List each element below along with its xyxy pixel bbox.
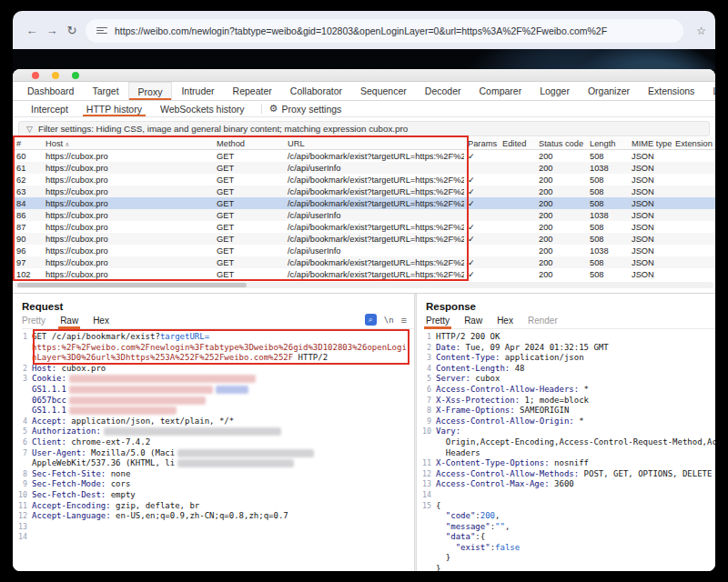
tab-dashboard[interactable]: Dashboard (18, 82, 83, 100)
back-icon[interactable]: ← (22, 24, 42, 37)
response-tab-render[interactable]: Render (528, 316, 558, 326)
line-number (13, 458, 27, 469)
close-window-button[interactable] (32, 72, 39, 79)
zoom-window-button[interactable] (72, 72, 79, 79)
col-header-host[interactable]: Host∧ (42, 139, 213, 148)
line-number: 1 (417, 332, 431, 343)
code-segment: chrome-ext-7.4.2 (66, 437, 150, 447)
table-row[interactable]: 62https://cubox.proGET/c/api/bookmark/ex… (13, 174, 715, 186)
response-tab-raw[interactable]: Raw (464, 316, 482, 326)
table-row[interactable]: 63https://cubox.proGET/c/api/bookmark/ex… (13, 186, 715, 197)
col-header-length[interactable]: Length (586, 139, 628, 148)
cell: 200 (535, 187, 586, 196)
request-editor[interactable]: 1GET /c/api/bookmark/exist?targetURL=htt… (13, 332, 414, 571)
proxy-settings-button[interactable]: ⚙ Proxy settings (269, 101, 342, 116)
line-number: 3 (417, 353, 431, 364)
table-row[interactable]: 60https://cubox.proGET/c/api/bookmark/ex… (13, 150, 715, 162)
tab-collaborator[interactable]: Collaborator (281, 82, 351, 100)
request-tab-hex[interactable]: Hex (93, 316, 109, 326)
col-header-edited[interactable]: Edited (499, 139, 535, 148)
request-tab-pretty[interactable]: Pretty (22, 316, 46, 326)
editor-menu-icon[interactable]: ≡ (401, 315, 407, 326)
cell: 87 (13, 223, 42, 232)
filter-funnel-icon: ▽ (26, 125, 33, 134)
minimize-window-button[interactable] (52, 72, 59, 79)
code-segment: Tue, 09 Apr 2024 01:32:15 GMT (460, 343, 609, 352)
tab-organizer[interactable]: Organizer (579, 82, 639, 100)
search-icon[interactable]: ⌕ (365, 314, 377, 326)
col-header-status-code[interactable]: Status code (535, 139, 586, 148)
cell: JSON (628, 199, 672, 208)
table-row[interactable]: 86https://cubox.proGET/c/api/userInfo200… (13, 209, 715, 221)
show-newlines-icon[interactable]: \n (384, 316, 394, 325)
col-header-params[interactable]: Params (464, 139, 499, 148)
code-segment: Accept-Encoding: (32, 501, 111, 510)
code-segment: Sec-Fetch-Site: (32, 469, 106, 478)
table-row[interactable]: 96https://cubox.proGET/c/api/userInfo200… (13, 245, 715, 256)
response-tab-hex[interactable]: Hex (497, 316, 513, 326)
forward-icon[interactable]: → (42, 24, 62, 37)
code-segment: "data" (446, 532, 476, 541)
table-row[interactable]: 97https://cubox.proGET/c/api/bookmark/ex… (13, 256, 715, 268)
col-header-url[interactable]: URL (284, 139, 464, 148)
subtab-http-history[interactable]: HTTP history (77, 101, 151, 116)
subtab-websockets-history[interactable]: WebSockets history (151, 101, 254, 116)
col-header-extension[interactable]: Extension (672, 139, 713, 148)
code-segment: cubox (470, 374, 500, 383)
code-line: 10Vary: (417, 426, 715, 437)
cell: 200 (535, 270, 586, 279)
col-header-mime-type[interactable]: MIME type (628, 139, 672, 148)
tab-proxy[interactable]: Proxy (128, 82, 173, 100)
col-header--[interactable]: # (13, 139, 42, 148)
cell: https://cubox.pro (42, 176, 213, 185)
table-row[interactable]: 90https://cubox.proGET/c/api/bookmark/ex… (13, 233, 715, 245)
horizontal-scrollbar[interactable] (15, 282, 713, 288)
cell: /c/api/bookmark/exist?targetURL=https:%2… (284, 187, 464, 196)
tab-decoder[interactable]: Decoder (416, 82, 470, 100)
tab-intruder[interactable]: Intruder (172, 82, 223, 100)
line-content: Server: cubox (436, 374, 500, 385)
code-line: 3Cookie: (13, 374, 414, 385)
tab-repeater[interactable]: Repeater (224, 82, 281, 100)
tab-logger[interactable]: Logger (531, 82, 579, 100)
cell: https://cubox.pro (42, 235, 213, 244)
url-text[interactable]: https://weibo.com/newlogin?tabtype=weibo… (115, 25, 607, 36)
cell: 60 (13, 152, 42, 161)
code-segment: } (436, 564, 440, 571)
address-bar[interactable]: https://weibo.com/newlogin?tabtype=weibo… (86, 19, 683, 43)
code-segment: Client: (32, 437, 66, 447)
code-segment: Sec-Fetch-Dest: (32, 490, 106, 499)
scrollbar-thumb[interactable] (17, 283, 247, 287)
tab-comparer[interactable]: Comparer (470, 82, 531, 100)
table-row[interactable]: 102https://cubox.proGET/c/api/bookmark/e… (13, 268, 715, 280)
tab-target[interactable]: Target (83, 82, 127, 100)
reload-icon[interactable]: ↻ (62, 24, 82, 37)
subtab-intercept[interactable]: Intercept (22, 101, 77, 116)
table-row[interactable]: 61https://cubox.proGET/c/api/userInfo200… (13, 162, 715, 174)
tab-extensions[interactable]: Extensions (639, 82, 703, 100)
site-info-icon[interactable] (96, 26, 107, 35)
response-tab-pretty[interactable]: Pretty (426, 316, 450, 326)
response-editor[interactable]: 1HTTP/2 200 OK2Date: Tue, 09 Apr 2024 01… (417, 332, 715, 571)
desktop-wallpaper (13, 49, 715, 70)
code-line: 9Access-Control-Allow-Origin: * (417, 416, 715, 427)
tab-learn[interactable]: Learn (703, 82, 715, 100)
code-segment (436, 511, 446, 520)
filter-settings-bar[interactable]: ▽ Filter settings: Hiding CSS, image and… (18, 121, 710, 136)
line-number: 11 (417, 458, 431, 469)
col-header-method[interactable]: Method (213, 139, 284, 148)
code-segment: 0657bcc (32, 396, 66, 405)
code-line: 10Sec-Fetch-Dest: empty (13, 490, 414, 501)
code-segment: , (495, 511, 500, 520)
request-tab-raw[interactable]: Raw (60, 316, 78, 326)
bookmark-star-icon[interactable]: ☆ (696, 25, 706, 37)
tab-sequencer[interactable]: Sequencer (351, 82, 416, 100)
code-segment: en-US,en;q=0.9,zh-CN;q=0.8,zh;q=0.7 (111, 511, 288, 520)
code-segment: GS1.1.1 (32, 385, 66, 394)
table-row[interactable]: 87https://cubox.proGET/c/api/bookmark/ex… (13, 221, 715, 233)
cell: JSON (628, 258, 672, 267)
cell: ✓ (464, 222, 499, 232)
table-row[interactable]: 84https://cubox.proGET/c/api/bookmark/ex… (13, 197, 715, 209)
code-line: 0657bcc (13, 396, 414, 406)
line-content: Access-Control-Allow-Origin: * (436, 416, 584, 427)
